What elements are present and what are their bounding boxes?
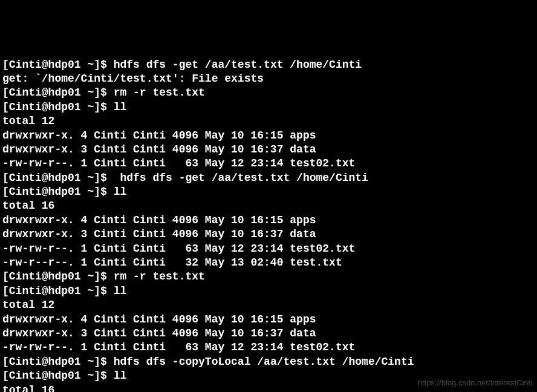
terminal-line: drwxrwxr-x. 3 Cinti Cinti 4096 May 10 16… [2, 227, 535, 241]
shell-command: hdfs dfs -get /aa/test.txt /home/Cinti [114, 172, 368, 184]
ls-entry-name: test.txt [290, 256, 342, 269]
terminal-line: [Cinti@hdp01 ~]$ ll [2, 185, 535, 199]
shell-prompt: [Cinti@hdp01 ~]$ [2, 172, 114, 184]
shell-prompt: [Cinti@hdp01 ~]$ [2, 270, 114, 283]
ls-entry-name: test02.txt [290, 341, 355, 353]
ls-entry-meta: drwxrwxr-x. 3 Cinti Cinti 4096 May 10 16… [2, 143, 290, 155]
shell-command: hdfs dfs -get /aa/test.txt /home/Cinti [114, 59, 362, 71]
terminal-line: get: `/home/Cinti/test.txt': File exists [2, 72, 535, 86]
ls-entry-meta: drwxrwxr-x. 3 Cinti Cinti 4096 May 10 16… [2, 228, 290, 240]
shell-command: rm -r test.txt [114, 87, 205, 99]
ls-entry-name: apps [290, 129, 316, 142]
shell-prompt: [Cinti@hdp01 ~]$ [2, 59, 114, 71]
ls-entry-meta: drwxrwxr-x. 4 Cinti Cinti 4096 May 10 16… [2, 313, 290, 325]
ls-entry-name: apps [290, 313, 316, 325]
terminal-line: -rw-r--r--. 1 Cinti Cinti 32 May 13 02:4… [2, 256, 535, 270]
shell-prompt: [Cinti@hdp01 ~]$ [2, 285, 114, 297]
shell-command: ll [114, 370, 127, 382]
shell-command: hdfs dfs -copyToLocal /aa/test.txt /home… [114, 356, 414, 368]
ls-entry-meta: drwxrwxr-x. 4 Cinti Cinti 4096 May 10 16… [2, 129, 290, 142]
terminal-line: drwxrwxr-x. 4 Cinti Cinti 4096 May 10 16… [2, 313, 535, 327]
terminal-line: [Cinti@hdp01 ~]$ hdfs dfs -copyToLocal /… [2, 355, 535, 369]
shell-command: rm -r test.txt [114, 270, 205, 283]
terminal-line: total 12 [2, 114, 535, 128]
terminal-line: total 12 [2, 298, 535, 312]
terminal-line: [Cinti@hdp01 ~]$ hdfs dfs -get /aa/test.… [2, 58, 535, 72]
shell-command: ll [114, 186, 127, 198]
ls-entry-name: test02.txt [290, 157, 355, 169]
shell-prompt: [Cinti@hdp01 ~]$ [2, 356, 114, 368]
ls-entry-meta: drwxrwxr-x. 4 Cinti Cinti 4096 May 10 16… [2, 214, 290, 226]
terminal-line: drwxrwxr-x. 3 Cinti Cinti 4096 May 10 16… [2, 143, 535, 157]
ls-entry-name: data [290, 143, 316, 155]
terminal-line: [Cinti@hdp01 ~]$ ll [2, 100, 535, 114]
terminal-line: -rw-rw-r--. 1 Cinti Cinti 63 May 12 23:1… [2, 242, 535, 256]
ls-entry-meta: drwxrwxr-x. 3 Cinti Cinti 4096 May 10 16… [2, 327, 290, 339]
terminal-line: total 16 [2, 199, 535, 213]
ls-entry-meta: -rw-rw-r--. 1 Cinti Cinti 63 May 12 23:1… [2, 243, 290, 255]
shell-prompt: [Cinti@hdp01 ~]$ [2, 87, 114, 99]
shell-prompt: [Cinti@hdp01 ~]$ [2, 186, 114, 198]
shell-command: ll [114, 285, 127, 297]
terminal-output[interactable]: [Cinti@hdp01 ~]$ hdfs dfs -get /aa/test.… [2, 58, 535, 392]
ls-entry-name: data [290, 327, 316, 339]
ls-entry-meta: -rw-rw-r--. 1 Cinti Cinti 63 May 12 23:1… [2, 341, 290, 353]
terminal-line: [Cinti@hdp01 ~]$ rm -r test.txt [2, 86, 535, 100]
terminal-line: -rw-rw-r--. 1 Cinti Cinti 63 May 12 23:1… [2, 157, 535, 171]
ls-entry-meta: -rw-r--r--. 1 Cinti Cinti 32 May 13 02:4… [2, 256, 290, 269]
ls-entry-name: data [290, 228, 316, 240]
shell-prompt: [Cinti@hdp01 ~]$ [2, 101, 114, 113]
terminal-line: drwxrwxr-x. 4 Cinti Cinti 4096 May 10 16… [2, 214, 535, 227]
ls-entry-meta: -rw-rw-r--. 1 Cinti Cinti 63 May 12 23:1… [2, 157, 290, 169]
terminal-line: [Cinti@hdp01 ~]$ rm -r test.txt [2, 270, 535, 284]
ls-entry-name: apps [290, 214, 316, 226]
terminal-line: [Cinti@hdp01 ~]$ hdfs dfs -get /aa/test.… [2, 171, 535, 185]
shell-prompt: [Cinti@hdp01 ~]$ [2, 370, 114, 382]
ls-entry-name: test02.txt [290, 243, 355, 255]
terminal-line: drwxrwxr-x. 3 Cinti Cinti 4096 May 10 16… [2, 327, 535, 341]
terminal-line: [Cinti@hdp01 ~]$ ll [2, 284, 535, 298]
terminal-line: -rw-rw-r--. 1 Cinti Cinti 63 May 12 23:1… [2, 341, 535, 354]
watermark-text: https://blog.csdn.net/InterestCinti [418, 378, 532, 388]
shell-command: ll [114, 101, 127, 113]
terminal-line: drwxrwxr-x. 4 Cinti Cinti 4096 May 10 16… [2, 129, 535, 143]
